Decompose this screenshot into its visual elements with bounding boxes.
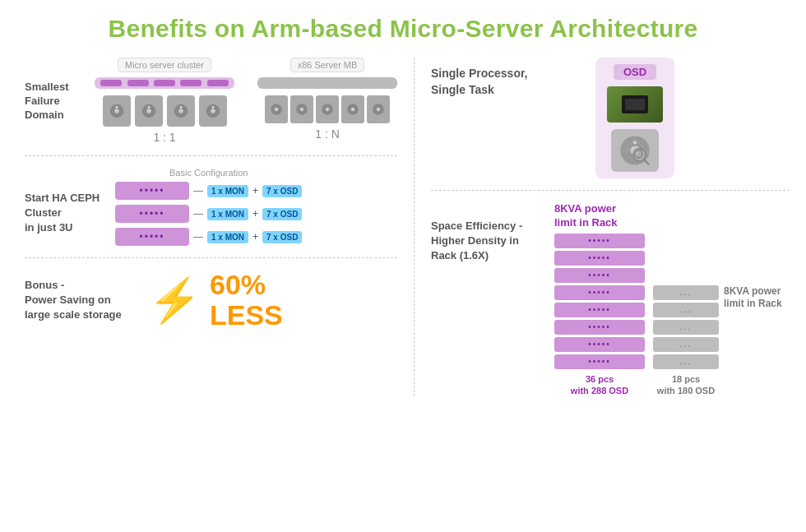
mon-box: 1 x MON	[207, 231, 248, 243]
ha-bar-dots: •••••	[139, 231, 164, 243]
ha-bar: •••••	[115, 205, 189, 223]
smallest-label: SmallestFailureDomain	[25, 58, 95, 123]
x86-label: x86 Server MB	[290, 58, 365, 72]
kva-right-label: 8KVA powerlimit in Rack	[724, 234, 790, 311]
osd-label: OSD	[614, 64, 656, 80]
svg-point-21	[377, 108, 381, 112]
ha-row-3: ••••• — 1 x MON + 7 x OSD	[115, 228, 302, 246]
svg-point-7	[178, 109, 183, 113]
bars-container: ••••• ••••• ••••• ••••• ••••• ••••• ••••…	[554, 234, 790, 369]
disk-icon	[199, 95, 227, 127]
svg-point-17	[326, 108, 330, 112]
space-label: Space Efficiency -Higher Density inRack …	[431, 202, 546, 264]
cluster-label: Micro server cluster	[118, 58, 211, 72]
disk-icon	[135, 95, 163, 127]
bonus-label: Bonus -Power Saving onlarge scale storag…	[25, 278, 140, 323]
osd-card: OSD	[595, 58, 674, 178]
gray-section: ... ... ... ... ... 8KVA powerlimit in R…	[653, 234, 790, 369]
gray-bars-col: ... ... ... ... ...	[653, 234, 719, 369]
purple-bar: •••••	[554, 234, 645, 248]
svg-line-29	[644, 160, 649, 164]
ha-row-1: ••••• — 1 x MON + 7 x OSD	[115, 182, 302, 200]
gray-bar: ...	[653, 303, 719, 317]
plus: +	[252, 208, 258, 220]
svg-point-8	[179, 106, 182, 109]
ha-ceph-section: Start HA CEPHClusterin just 3U Basic Con…	[25, 168, 397, 258]
purple-bar: •••••	[554, 337, 645, 352]
purple-bars-col: ••••• ••••• ••••• ••••• ••••• ••••• ••••…	[554, 234, 645, 369]
page-title: Benefits on Arm-based Micro-Server Archi…	[25, 15, 781, 43]
connector: —	[193, 231, 203, 243]
purple-bar: •••••	[554, 251, 645, 266]
ha-bar-dots: •••••	[139, 185, 164, 197]
disk-icon	[167, 95, 195, 127]
gray-bar: ...	[653, 337, 719, 352]
footer-gray: 18 pcswith 180 OSD	[653, 373, 719, 397]
chip-core	[622, 95, 648, 113]
svg-point-13	[275, 108, 279, 112]
density-chart: 8KVA powerlimit in Rack ••••• ••••• ••••…	[554, 202, 790, 396]
cluster-ratio: 1 : 1	[153, 131, 175, 144]
svg-point-15	[300, 108, 304, 112]
ha-config: Basic Configuration ••••• — 1 x MON + 7 …	[115, 168, 302, 246]
ha-bar-dots: •••••	[139, 208, 164, 220]
kva-top-label: 8KVA powerlimit in Rack	[554, 202, 790, 230]
cluster-bar	[95, 77, 234, 89]
left-panel: SmallestFailureDomain Micro server clust…	[25, 58, 415, 396]
mon-box: 1 x MON	[207, 208, 248, 220]
purple-bar: •••••	[554, 285, 645, 300]
smallest-failure-section: SmallestFailureDomain Micro server clust…	[25, 58, 397, 156]
x86-bar	[257, 77, 397, 89]
bottom-labels: 36 pcswith 288 OSD 18 pcswith 180 OSD	[554, 373, 790, 397]
osd-box: 7 x OSD	[262, 185, 302, 197]
purple-bar: •••••	[554, 320, 645, 335]
purple-bar: •••••	[554, 354, 645, 369]
ha-row-2: ••••• — 1 x MON + 7 x OSD	[115, 205, 302, 223]
x86-ratio: 1 : N	[315, 127, 340, 141]
x86-disks	[265, 95, 390, 123]
x86-section: x86 Server MB	[257, 58, 397, 141]
connector: —	[193, 185, 203, 197]
storage-icon	[611, 129, 659, 172]
svg-point-2	[115, 106, 118, 109]
right-panel: Single Processor,Single Task OSD	[415, 58, 790, 396]
disk-icon	[367, 95, 390, 123]
osd-box: 7 x OSD	[262, 231, 302, 243]
ha-bar: •••••	[115, 182, 189, 200]
single-proc-label: Single Processor,Single Task	[431, 58, 579, 98]
config-label: Basic Configuration	[115, 168, 302, 178]
cluster-section: Micro server cluster	[95, 58, 234, 144]
svg-point-11	[211, 106, 214, 109]
footer-purple: 36 pcswith 288 OSD	[554, 373, 645, 397]
page: Benefits on Arm-based Micro-Server Archi…	[0, 0, 806, 532]
osd-box: 7 x OSD	[262, 208, 302, 220]
svg-point-19	[351, 108, 355, 112]
cluster-disks	[103, 95, 227, 127]
single-proc-section: Single Processor,Single Task OSD	[431, 58, 790, 191]
space-efficiency-section: Space Efficiency -Higher Density inRack …	[431, 202, 790, 396]
svg-point-5	[147, 106, 150, 109]
chip-image	[607, 86, 663, 123]
plus: +	[252, 231, 258, 243]
ha-bar: •••••	[115, 228, 189, 246]
disk-icon	[316, 95, 339, 123]
purple-bar: •••••	[554, 268, 645, 283]
purple-bar: •••••	[554, 303, 645, 317]
disk-icon	[341, 95, 364, 123]
disk-icon	[290, 95, 313, 123]
gray-bar: ...	[653, 354, 719, 369]
disk-icon	[265, 95, 288, 123]
svg-point-1	[114, 109, 119, 113]
disk-icon	[103, 95, 131, 127]
lightning-icon: ⚡	[148, 279, 202, 322]
ha-label: Start HA CEPHClusterin just 3U	[25, 168, 115, 236]
gray-bar: ...	[653, 285, 719, 300]
main-content: SmallestFailureDomain Micro server clust…	[25, 58, 781, 396]
svg-point-10	[211, 109, 215, 113]
connector: —	[193, 208, 203, 220]
plus: +	[252, 185, 258, 197]
svg-point-4	[146, 109, 151, 113]
percent-label: 60%LESS	[210, 270, 283, 331]
bonus-section: Bonus -Power Saving onlarge scale storag…	[25, 270, 397, 331]
mon-box: 1 x MON	[207, 185, 248, 197]
